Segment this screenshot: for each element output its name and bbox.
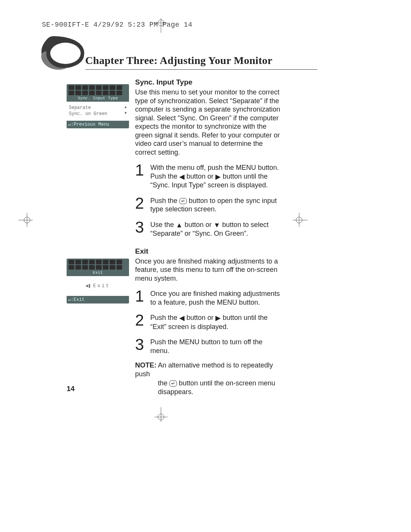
osd-icon-row-icon (68, 85, 127, 90)
osd-icon-row-icon (68, 91, 127, 95)
step-text: Use the (150, 221, 176, 228)
up-triangle-icon: ▲ (124, 105, 127, 111)
osd-icon-row-icon (68, 260, 127, 264)
down-triangle-icon: ▼ (213, 221, 220, 230)
left-triangle-icon: ◀ (179, 314, 185, 323)
manual-page: SE-900IFT-E 4/29/92 5:23 PM Page 14 (0, 0, 411, 532)
step-2: 2 Push the ↵ button to open the sync inp… (135, 196, 282, 214)
page-content: Sync. Input Type Separate ▲ Sync. on Gre… (67, 78, 282, 397)
print-slug: SE-900IFT-E 4/29/92 5:23 PM Page 14 (42, 21, 193, 29)
sync-section: Sync. Input Type Separate ▲ Sync. on Gre… (67, 78, 282, 244)
osd-option: Separate (69, 105, 91, 111)
exit-steps: 1 Once you are finished making adjustmen… (135, 289, 282, 355)
down-triangle-icon: ▼ (124, 111, 127, 117)
right-triangle-icon: ▶ (215, 173, 221, 181)
note-line-1: NOTE: An alternative method is to repeat… (135, 361, 282, 379)
step-text: button or (183, 221, 213, 228)
osd-footer-label: :Previous Menu (71, 122, 109, 127)
step-text: Once you are finished making adjustments… (150, 289, 282, 307)
step-1: 1 With the menu off, push the MENU butto… (135, 163, 282, 190)
exit-section: Exit ◀❚Exit ↵:Exit Exit Once you are fin… (67, 247, 282, 397)
step-2: 2 Push the ◀ button or ▶ button until th… (135, 313, 282, 331)
registration-mark-right-icon (290, 211, 307, 228)
step-number: 1 (135, 163, 145, 190)
step-text: Push the (150, 197, 179, 204)
exit-paragraph: Once you are finished making adjustments… (135, 257, 282, 283)
step-text: button or (185, 173, 215, 180)
sync-osd-illustration: Sync. Input Type Separate ▲ Sync. on Gre… (67, 84, 129, 128)
step-number: 2 (135, 196, 145, 214)
step-text: Push the (150, 314, 179, 321)
registration-mark-bottom-icon (152, 405, 169, 422)
enter-button-icon: ↵ (179, 198, 187, 204)
chapter-header: Chapter Three: Adjusting Your Monitor (38, 36, 282, 74)
title-rule (85, 69, 317, 70)
page-number: 14 (67, 385, 75, 393)
sync-heading: Sync. Input Type (135, 78, 282, 86)
exit-heading: Exit (135, 247, 282, 256)
svg-point-12 (50, 43, 81, 64)
registration-mark-left-icon (18, 211, 35, 228)
chapter-title: Chapter Three: Adjusting Your Monitor (85, 54, 272, 67)
left-triangle-icon: ◀ (179, 173, 185, 181)
step-1: 1 Once you are finished making adjustmen… (135, 289, 282, 307)
osd-option: Sync. on Green (69, 111, 107, 117)
note-label: NOTE: (135, 361, 156, 369)
registration-mark-top-icon (152, 18, 169, 35)
note-text: the (158, 379, 169, 387)
exit-osd-illustration: Exit ◀❚Exit ↵:Exit (67, 259, 129, 304)
step-number: 1 (135, 289, 145, 307)
step-text: Push the MENU button to turn off the men… (150, 337, 282, 355)
step-number: 3 (135, 220, 145, 238)
osd-icon-row-icon (68, 265, 127, 270)
step-number: 2 (135, 313, 145, 331)
osd-body-label: Exit (93, 283, 110, 289)
note-line-2: the ↵ button until the on-screen menu di… (135, 379, 282, 397)
header-graphic-icon (38, 36, 88, 74)
step-text: button or (185, 314, 215, 321)
plug-icon: ◀❚ (85, 283, 91, 289)
osd-footer-label: :Exit (71, 297, 84, 302)
enter-button-icon: ↵ (169, 380, 177, 387)
up-triangle-icon: ▲ (176, 221, 183, 230)
osd-title: Exit (68, 270, 127, 276)
step-number: 3 (135, 337, 145, 355)
step-3: 3 Push the MENU button to turn off the m… (135, 337, 282, 355)
sync-paragraph: Use this menu to set your monitor to the… (135, 88, 282, 157)
right-triangle-icon: ▶ (215, 314, 221, 323)
sync-steps: 1 With the menu off, push the MENU butto… (135, 163, 282, 238)
osd-title: Sync. Input Type (68, 96, 127, 101)
step-3: 3 Use the ▲ button or ▼ button to select… (135, 220, 282, 238)
